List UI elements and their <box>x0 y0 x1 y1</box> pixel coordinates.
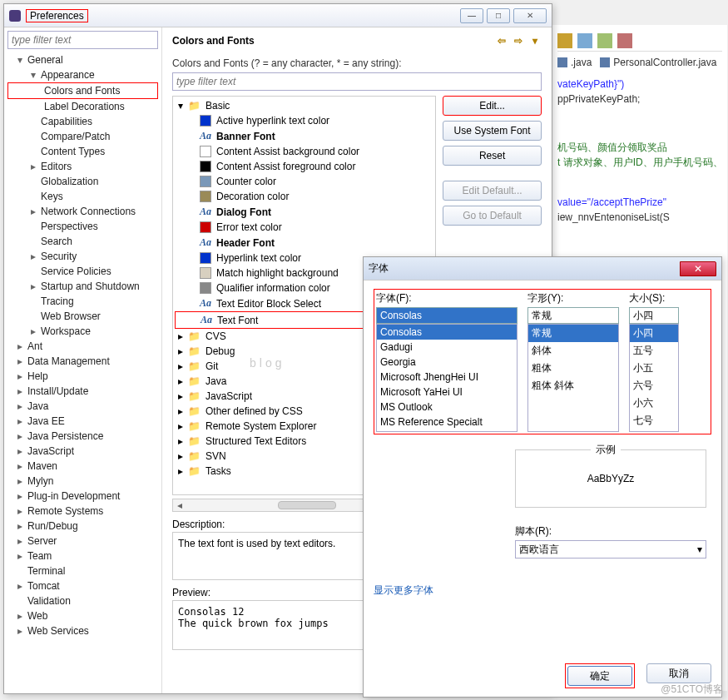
tree-mylyn[interactable]: ▸Mylyn <box>7 474 158 489</box>
tree-terminal[interactable]: Terminal <box>7 563 158 578</box>
font-option[interactable]: MS Outlook <box>377 400 517 415</box>
tree-content-types[interactable]: Content Types <box>7 144 158 159</box>
tree-web[interactable]: ▸Web <box>7 608 158 623</box>
font-option[interactable]: Consolas <box>377 325 517 340</box>
cf-active-hyperlink[interactable]: Active hyperlink text color <box>175 113 433 128</box>
filter-input[interactable] <box>7 31 158 49</box>
editor-tab[interactable]: PersonalController.java <box>600 57 716 68</box>
font-name-input[interactable] <box>376 307 518 324</box>
tree-java-ee[interactable]: ▸Java EE <box>7 414 158 429</box>
tree-help[interactable]: ▸Help <box>7 369 158 384</box>
tree-java-persistence[interactable]: ▸Java Persistence <box>7 429 158 444</box>
tree-security[interactable]: ▸Security <box>7 249 158 264</box>
tree-editors[interactable]: ▸Editors <box>7 159 158 174</box>
tree-network[interactable]: ▸Network Connections <box>7 204 158 219</box>
ok-button[interactable]: 确定 <box>567 666 632 686</box>
font-list[interactable]: Consolas Gadugi Georgia Microsoft JhengH… <box>376 324 518 432</box>
cf-filter-input[interactable] <box>172 72 542 91</box>
tree-web-services[interactable]: ▸Web Services <box>7 623 158 638</box>
tree-compare[interactable]: Compare/Patch <box>7 129 158 144</box>
fwd-icon[interactable]: ⇨ <box>512 34 525 47</box>
scrollbar-thumb[interactable] <box>278 501 336 509</box>
tree-startup[interactable]: ▸Startup and Shutdown <box>7 279 158 294</box>
font-titlebar[interactable]: 字体 ✕ <box>364 257 721 280</box>
size-option[interactable]: 小五 <box>630 360 678 377</box>
tree-run-debug[interactable]: ▸Run/Debug <box>7 519 158 534</box>
tree-service-policies[interactable]: Service Policies <box>7 264 158 279</box>
cf-header-font[interactable]: AaHeader Font <box>175 235 433 251</box>
tree-keys[interactable]: Keys <box>7 189 158 204</box>
font-option[interactable]: Microsoft JhengHei UI <box>377 370 517 385</box>
size-option[interactable]: 小四 <box>630 325 678 342</box>
tree-remote-systems[interactable]: ▸Remote Systems <box>7 504 158 519</box>
style-option[interactable]: 斜体 <box>528 342 618 360</box>
tree-validation[interactable]: Validation <box>7 593 158 608</box>
tree-tomcat[interactable]: ▸Tomcat <box>7 578 158 593</box>
tree-label-decorations[interactable]: Label Decorations <box>7 99 158 114</box>
script-select[interactable]: 西欧语言▾ <box>515 540 706 559</box>
size-option[interactable]: 八号 <box>630 429 678 432</box>
minimize-button[interactable]: — <box>460 8 483 23</box>
size-option[interactable]: 五号 <box>630 342 678 360</box>
style-option[interactable]: 常规 <box>528 325 618 342</box>
cancel-button[interactable]: 取消 <box>646 663 711 683</box>
reset-button[interactable]: Reset <box>443 146 542 166</box>
toolbar-icon[interactable] <box>577 33 592 48</box>
tree-server[interactable]: ▸Server <box>7 534 158 549</box>
more-fonts-link[interactable]: 显示更多字体 <box>374 583 711 598</box>
edit-button[interactable]: Edit... <box>443 96 542 116</box>
style-option[interactable]: 粗体 <box>528 360 618 377</box>
cf-basic[interactable]: ▾📁Basic <box>175 98 433 113</box>
tree-tracing[interactable]: Tracing <box>7 294 158 309</box>
tree-install-update[interactable]: ▸Install/Update <box>7 384 158 399</box>
cf-error[interactable]: Error text color <box>175 220 433 235</box>
font-option[interactable]: Microsoft YaHei UI <box>377 385 517 400</box>
tree-javascript[interactable]: ▸JavaScript <box>7 444 158 459</box>
style-option[interactable]: 粗体 斜体 <box>528 377 618 395</box>
size-option[interactable]: 小六 <box>630 395 678 412</box>
tree-java[interactable]: ▸Java <box>7 399 158 414</box>
maximize-button[interactable]: □ <box>487 8 510 23</box>
style-list[interactable]: 常规 斜体 粗体 粗体 斜体 <box>527 324 619 432</box>
back-icon[interactable]: ⇦ <box>495 34 508 47</box>
category-tree[interactable]: ▾General ▾Appearance Colors and Fonts La… <box>7 52 158 638</box>
tree-general[interactable]: ▾General <box>7 52 158 67</box>
font-close-button[interactable]: ✕ <box>680 261 716 276</box>
go-to-default-button[interactable]: Go to Default <box>443 206 542 226</box>
tree-ant[interactable]: ▸Ant <box>7 339 158 354</box>
font-size-input[interactable] <box>629 307 679 324</box>
toolbar-icon[interactable] <box>597 33 612 48</box>
tree-search[interactable]: Search <box>7 234 158 249</box>
tree-maven[interactable]: ▸Maven <box>7 459 158 474</box>
cf-decoration[interactable]: Decoration color <box>175 189 433 204</box>
tree-web-browser[interactable]: Web Browser <box>7 309 158 324</box>
font-option[interactable]: Georgia <box>377 355 517 370</box>
use-system-font-button[interactable]: Use System Font <box>443 121 542 141</box>
size-option[interactable]: 六号 <box>630 377 678 395</box>
tree-perspectives[interactable]: Perspectives <box>7 219 158 234</box>
cf-counter[interactable]: Counter color <box>175 174 433 189</box>
close-button[interactable]: ✕ <box>513 8 547 23</box>
tree-team[interactable]: ▸Team <box>7 549 158 563</box>
tree-globalization[interactable]: Globalization <box>7 174 158 189</box>
cf-dialog-font[interactable]: AaDialog Font <box>175 204 433 220</box>
font-option[interactable]: MS Reference Specialt <box>377 415 517 429</box>
edit-default-button[interactable]: Edit Default... <box>443 181 542 201</box>
cf-banner-font[interactable]: AaBanner Font <box>175 128 433 144</box>
font-option[interactable]: Gadugi <box>377 340 517 355</box>
tree-workspace[interactable]: ▸Workspace <box>7 324 158 339</box>
size-option[interactable]: 七号 <box>630 412 678 429</box>
tree-data-mgmt[interactable]: ▸Data Management <box>7 354 158 369</box>
titlebar[interactable]: Preferences — □ ✕ <box>4 4 552 27</box>
toolbar-icon[interactable] <box>617 33 632 48</box>
menu-icon[interactable]: ▾ <box>528 34 542 47</box>
size-list[interactable]: 小四 五号 小五 六号 小六 七号 八号 <box>629 324 679 432</box>
tree-colors-fonts[interactable]: Colors and Fonts <box>7 82 158 99</box>
editor-tab[interactable]: .java <box>557 57 592 68</box>
font-style-input[interactable] <box>527 307 619 324</box>
tree-capabilities[interactable]: Capabilities <box>7 114 158 129</box>
cf-ca-bg[interactable]: Content Assist background color <box>175 144 433 159</box>
toolbar-icon[interactable] <box>557 33 572 48</box>
tree-appearance[interactable]: ▾Appearance <box>7 67 158 82</box>
tree-plugin-dev[interactable]: ▸Plug-in Development <box>7 489 158 504</box>
